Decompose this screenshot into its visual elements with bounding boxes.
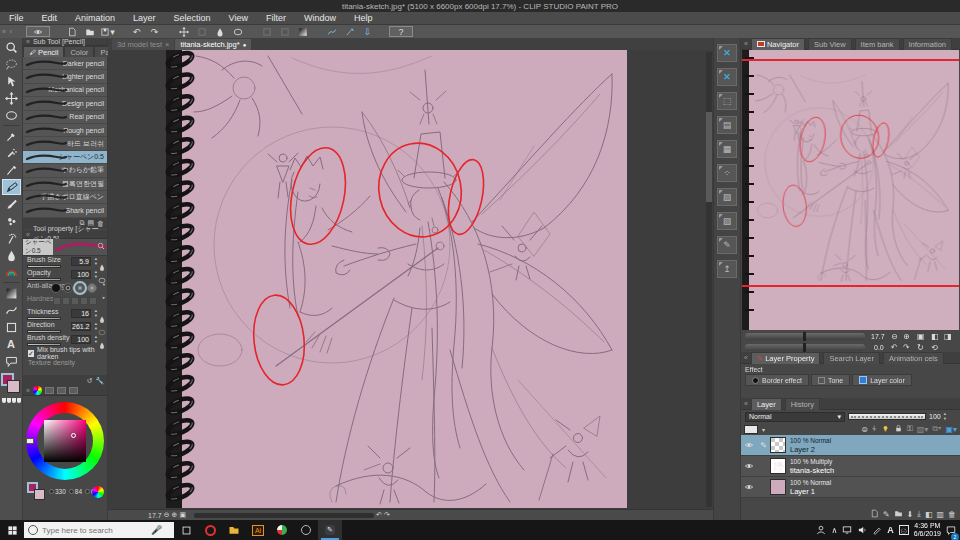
search-input[interactable] [42,526,147,535]
magic-wand-tool-icon[interactable] [2,145,21,161]
dynamics-icon[interactable] [98,271,106,280]
swatch-strip[interactable] [0,398,22,403]
tab-layer[interactable]: Layer [751,398,782,410]
fill-button[interactable] [212,26,227,37]
panel-collapse-icon[interactable]: « [744,400,748,407]
start-button[interactable] [0,520,24,540]
clip-at-layer-below-icon[interactable]: ⊜ [861,425,868,434]
brush-item[interactable]: Lighter pencil [23,70,107,83]
balloon-tool-icon[interactable] [2,353,21,369]
aa-middle[interactable] [75,283,85,293]
volume-icon[interactable] [857,521,867,539]
menu-file[interactable]: File [0,13,33,23]
new-folder-icon[interactable] [894,509,903,520]
quick-access-button[interactable]: ✕ [717,44,737,62]
brush-item[interactable]: Shark pencil [23,204,107,217]
blend-mode-select[interactable]: Normal▾ [745,412,845,422]
direction-value[interactable]: 261.2 [71,322,91,331]
color-mixing-tab-icon[interactable] [69,387,78,394]
brush-item[interactable]: Rough pencil [23,124,107,137]
action-center-icon[interactable]: 2 [946,521,956,539]
airbrush-tool-icon[interactable] [2,230,21,246]
ime-language-icon[interactable]: A [887,525,894,535]
spinner[interactable]: ▴▾ [944,412,946,421]
figure-tool-icon[interactable] [2,302,21,318]
pen-tool-icon[interactable] [2,162,21,178]
brush-item[interactable]: 하드 브러쉬 [23,137,107,150]
pin-icon[interactable]: ⍭ [872,424,877,434]
layer-thumbnail[interactable] [770,479,786,495]
zoom-slider[interactable] [745,333,865,340]
flip-vertical-icon[interactable]: ◨ [944,332,952,341]
tab-animation-cels[interactable]: Animation cels [883,352,944,364]
dock-collapse-icon[interactable]: « ‹ [2,28,12,35]
tab-color[interactable]: Color [64,46,94,57]
thickness-value[interactable]: 16 [71,309,91,318]
brush-density-value[interactable]: 100 [71,335,91,344]
color-set-tab-icon[interactable] [57,387,66,394]
layer-thumbnail[interactable] [770,458,786,474]
rotate-slider[interactable] [745,344,865,351]
illustrator-icon[interactable]: Ai [246,520,270,540]
tab-information[interactable]: Information [903,38,953,50]
lock-layer-icon[interactable] [894,424,903,435]
dynamics-icon[interactable] [98,310,106,319]
pencil-tool-icon[interactable] [2,179,21,195]
layer-color-icon[interactable]: ▣▾ [945,425,957,434]
expand-icon[interactable]: ▾ [762,426,765,433]
object-tool-icon[interactable] [2,73,21,89]
trim-button[interactable] [277,26,292,37]
vertical-scrollbar[interactable] [706,52,712,507]
brush-tool-icon[interactable] [2,196,21,212]
visibility-toggle-button[interactable] [26,26,50,37]
transfer-down-icon[interactable]: ⬇ [907,510,914,519]
rotate-left-icon[interactable]: ↶ [376,511,382,519]
frame-border-tool-icon[interactable] [2,319,21,335]
tab-pencil[interactable]: Pencil [23,46,64,57]
new-vector-layer-icon[interactable]: ✎ [883,510,890,519]
tab-sub-view[interactable]: Sub View [808,38,852,50]
layer-row[interactable]: 100 % Multiplytitania-sketch [741,456,960,477]
panel-collapse-icon[interactable]: « [744,354,748,361]
background-color-swatch[interactable] [7,380,20,393]
brush-item[interactable]: Design pencil [23,97,107,110]
hue-cursor[interactable] [26,438,34,444]
layer-row[interactable]: 100 % NormalLayer 1 [741,477,960,498]
collapsed-panel-button[interactable]: ↥ [717,260,737,278]
spinner[interactable]: ▴▾ [95,257,97,266]
layer-thumbnail[interactable] [770,437,786,453]
menu-animation[interactable]: Animation [66,13,124,23]
zoom-out-icon[interactable]: ⊖ [164,511,170,519]
brush-size-value[interactable]: 5.9 [71,257,91,266]
document-tab-inactive[interactable]: 3d model test× [112,39,174,50]
help-button[interactable]: ? [389,26,413,37]
scale-rotate-button[interactable] [230,26,245,37]
crop-button[interactable] [259,26,274,37]
ruler-icon[interactable]: ⧉▾ [932,424,941,434]
menu-view[interactable]: View [220,13,257,23]
dynamics-icon[interactable] [98,323,106,332]
opacity-value[interactable]: 100 [71,270,91,279]
onion-skin-icon[interactable] [881,424,890,435]
redo-button[interactable]: ↷ [147,26,162,37]
collapsed-panel-button[interactable]: ⁘ [717,164,737,182]
menu-help[interactable]: Help [345,13,382,23]
tab-item-bank[interactable]: Item bank [855,38,900,50]
decoration-tool-icon[interactable] [2,213,21,229]
set-as-draft-icon[interactable]: ▧▾ [917,425,929,434]
panel-collapse-icon[interactable]: « [744,40,748,47]
move-tool-icon[interactable] [2,90,21,106]
deselect-button[interactable] [176,26,191,37]
eyedropper-tool-icon[interactable] [2,128,21,144]
close-tab-icon[interactable]: ● [243,42,247,48]
rotate-right-icon[interactable]: ↷ [384,511,390,519]
brush-item[interactable]: やわらか鉛筆 [23,164,107,177]
menu-selection[interactable]: Selection [165,13,220,23]
layer-color-button[interactable]: Layer color [852,374,912,386]
border-effect-button[interactable]: Border effect [745,374,809,386]
apply-mask-icon[interactable]: ▥ [936,510,944,519]
new-file-button[interactable] [64,26,79,37]
expand-button[interactable] [295,26,310,37]
reset-icon[interactable]: ↺ [86,377,92,385]
collapsed-panel-button[interactable]: ▨ [717,212,737,230]
